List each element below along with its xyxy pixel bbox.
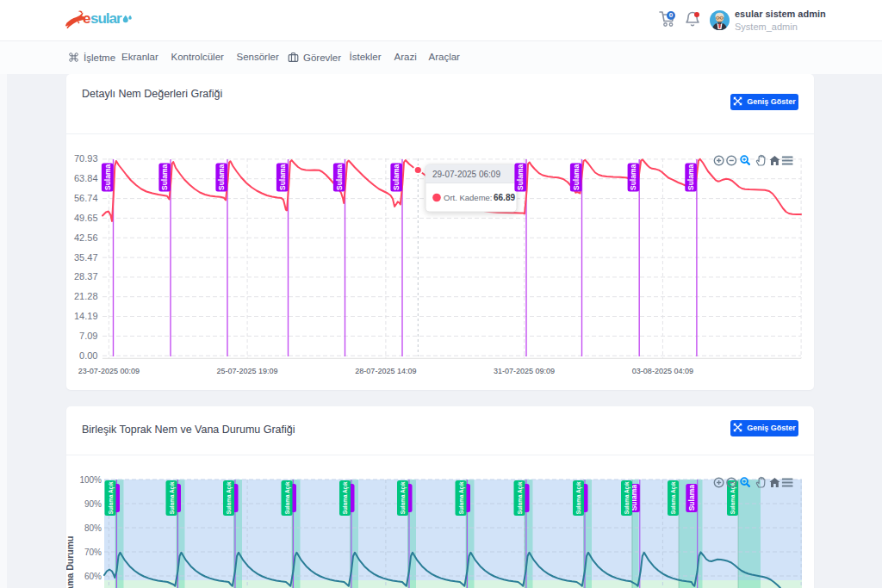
- svg-text:Sulama: Sulama: [103, 164, 112, 190]
- svg-text:70.93: 70.93: [74, 153, 98, 164]
- svg-text:80%: 80%: [84, 523, 102, 533]
- svg-text:Sulama: Sulama: [335, 164, 344, 190]
- svg-text:49.65: 49.65: [74, 213, 98, 223]
- svg-text:Sulama: Sulama: [392, 164, 401, 190]
- svg-text:7.09: 7.09: [79, 331, 97, 341]
- svg-text:100%: 100%: [79, 475, 102, 485]
- svg-text:66.89: 66.89: [494, 193, 515, 202]
- svg-text:03-08-2025 04:09: 03-08-2025 04:09: [632, 367, 693, 375]
- svg-text:60%: 60%: [84, 572, 102, 581]
- svg-text:Sulama: Sulama: [629, 164, 637, 190]
- svg-text:29-07-2025 06:09: 29-07-2025 06:09: [432, 170, 500, 179]
- svg-text:Sulama Açık: Sulama Açık: [169, 481, 176, 514]
- svg-text:Sulama: Sulama: [516, 164, 525, 190]
- svg-text:25-07-2025 19:09: 25-07-2025 19:09: [217, 367, 278, 375]
- svg-text:35.47: 35.47: [74, 252, 98, 263]
- svg-text:Sulama Açık: Sulama Açık: [342, 481, 349, 514]
- svg-text:90%: 90%: [84, 499, 102, 509]
- svg-text:Sulama Durumu: Sulama Durumu: [66, 535, 75, 588]
- svg-text:Sulama: Sulama: [572, 164, 581, 190]
- svg-text:28.37: 28.37: [74, 271, 98, 282]
- svg-text:Sulama Açık: Sulama Açık: [458, 481, 465, 514]
- svg-text:Sulama: Sulama: [686, 164, 695, 190]
- svg-text:Sulama Açık: Sulama Açık: [226, 481, 233, 514]
- svg-text:Ort. Kademe:: Ort. Kademe:: [444, 193, 493, 202]
- svg-text:Sulama: Sulama: [278, 164, 287, 190]
- svg-text:42.56: 42.56: [74, 232, 98, 243]
- svg-text:28-07-2025 14:09: 28-07-2025 14:09: [355, 367, 416, 375]
- svg-text:Sulama Açık: Sulama Açık: [284, 481, 291, 514]
- svg-text:14.19: 14.19: [74, 311, 98, 321]
- svg-text:70%: 70%: [84, 548, 102, 557]
- svg-text:Sulama: Sulama: [217, 164, 226, 190]
- svg-text:Sulama Açık: Sulama Açık: [575, 481, 582, 514]
- svg-text:21.28: 21.28: [74, 291, 98, 301]
- svg-text:Sulama Açık: Sulama Açık: [108, 481, 115, 514]
- svg-text:31-07-2025 09:09: 31-07-2025 09:09: [494, 367, 555, 375]
- svg-text:Sulama Açık: Sulama Açık: [624, 481, 630, 514]
- svg-text:Sulama Açık: Sulama Açık: [400, 481, 407, 514]
- svg-text:Sulama Açık: Sulama Açık: [670, 481, 677, 514]
- svg-text:Sulama: Sulama: [687, 485, 696, 511]
- svg-text:23-07-2025 00:09: 23-07-2025 00:09: [78, 367, 140, 375]
- svg-text:56.74: 56.74: [74, 193, 98, 203]
- svg-text:Sulama: Sulama: [160, 164, 169, 190]
- svg-text:Sulama Açık: Sulama Açık: [517, 481, 524, 514]
- svg-text:63.84: 63.84: [74, 173, 98, 183]
- svg-text:0.00: 0.00: [79, 350, 97, 361]
